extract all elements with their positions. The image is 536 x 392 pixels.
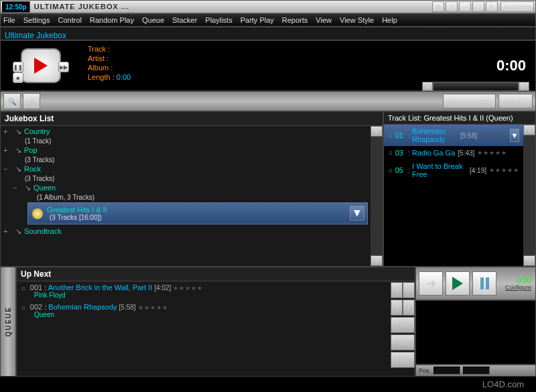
search-icon[interactable]: 🔍 (3, 93, 21, 109)
play-button[interactable]: ❚❚ ■ ▶▶ (21, 48, 61, 83)
queue-top-icon[interactable]: ⤒ (403, 282, 415, 298)
scroll-down-icon[interactable]: ▼ (523, 255, 535, 266)
menu-playlists[interactable]: Playlists (205, 16, 232, 24)
rating-stars[interactable]: ★★★★★ (173, 285, 203, 291)
length-label: Length : (88, 73, 115, 81)
collapse-icon[interactable]: − (3, 165, 13, 173)
help-icon[interactable]: ? (446, 1, 458, 12)
scroll-down-icon[interactable]: ▼ (371, 255, 383, 266)
track-duration: [4:19] (470, 167, 486, 174)
restore-icon[interactable]: ❐ (472, 1, 484, 12)
queue-title: Another Brick in the Wall, Part II (48, 283, 152, 291)
rating-stars[interactable]: ★★★★★ (480, 132, 510, 139)
queue-down-icon[interactable]: ▼ (391, 300, 403, 316)
queue-duration: [4:02] (154, 284, 171, 291)
add-all-button[interactable]: ADD ALL (498, 94, 533, 109)
scroll-track[interactable] (371, 137, 383, 255)
expand-icon[interactable]: + (3, 146, 13, 154)
note-icon: ♫ (388, 132, 393, 139)
list-item[interactable]: −↘Rock (1, 164, 383, 175)
arrange-icon[interactable]: ▦ (432, 1, 444, 12)
expand-icon[interactable]: + (3, 127, 13, 135)
tracklist: ♫ 01 : Bohemian Rhapsody [5:58] ★★★★★ ▼ … (384, 125, 535, 266)
add-selected-button[interactable]: ADD SELECTED (443, 94, 496, 109)
note-icon: ♫ (388, 167, 393, 174)
next-button[interactable]: ▶▶ (58, 62, 69, 72)
dropdown-icon[interactable]: ▼ (350, 206, 364, 220)
queue-row[interactable]: ♫ 002 : Bohemian Rhapsody [5:58] ★★★★★ Q… (17, 301, 388, 320)
minimize-icon[interactable]: — (459, 1, 471, 12)
menu-random-play[interactable]: Random Play (90, 16, 134, 24)
list-sub: (3 Tracks) (25, 175, 383, 182)
pause-button[interactable]: ❚❚ (13, 62, 23, 72)
queue-remove-icon[interactable]: ✕ (391, 317, 415, 333)
rating-stars[interactable]: ★★★★★ (477, 149, 507, 156)
queue-buttons: ▲ ⤒ ▼ ⤓ ✕ ⌫ ↻ (391, 281, 415, 369)
scrollbar[interactable]: ▲ ▼ (371, 126, 383, 266)
expand-icon[interactable]: + (3, 227, 13, 235)
configure-link[interactable]: Configure (505, 284, 531, 291)
queue-side-label: QUEUE (0, 267, 16, 377)
track-row[interactable]: ♫ 01 : Bohemian Rhapsody [5:58] ★★★★★ ▼ (384, 125, 523, 146)
queue-up-icon[interactable]: ▲ (391, 282, 403, 298)
mini-pause-button[interactable] (472, 271, 496, 296)
track-row[interactable]: ♫ 05 : I Want to Break Free [4:19] ★★★★★ (384, 159, 523, 181)
queue-refresh-icon[interactable]: ↻ (391, 352, 415, 368)
queue-artist: Queen (34, 311, 384, 318)
menu-control[interactable]: Control (58, 16, 81, 24)
up-next-header: Up Next (17, 267, 415, 281)
menu-queue[interactable]: Queue (142, 16, 164, 24)
pos-slot (433, 367, 460, 375)
list-item[interactable]: +↘Country (1, 126, 383, 137)
list-sub: (3 Tracks) (25, 156, 383, 164)
list-item[interactable]: +↘Pop (1, 145, 383, 156)
menu-settings[interactable]: Settings (23, 16, 50, 24)
rating-stars[interactable]: ★★★★★ (138, 304, 168, 311)
menu-stacker[interactable]: Stacker (172, 16, 197, 24)
menu-party-play[interactable]: Party Play (241, 16, 274, 24)
menu-reports[interactable]: Reports (282, 16, 308, 24)
album-item[interactable]: Greatest Hits I & II (3 Tracks [16:00]) … (27, 202, 368, 224)
list-item[interactable]: −↘Queen (1, 182, 383, 194)
scrollbar[interactable]: ▲ ▼ (523, 125, 535, 266)
queue-num: 002 (30, 303, 42, 311)
scroll-up-icon[interactable]: ▲ (371, 126, 383, 137)
mini-play-button[interactable] (446, 271, 470, 296)
shutdown-button[interactable]: SHUTDOWN (500, 1, 534, 12)
scroll-up-icon[interactable]: ▲ (523, 125, 535, 135)
status-bar: Pos. (415, 365, 536, 377)
queue-bottom-icon[interactable]: ⤓ (403, 300, 415, 316)
queue-clear-icon[interactable]: ⌫ (391, 334, 415, 350)
menu-file[interactable]: File (3, 16, 15, 24)
tracklist-panel: Track List: Greatest Hits I & II (Queen)… (383, 111, 536, 267)
genre-name: Soundtrack (24, 227, 62, 235)
menu-view[interactable]: View (316, 16, 332, 24)
collapse-icon[interactable]: − (13, 184, 22, 192)
list-item[interactable]: +↘Soundtrack (1, 226, 383, 237)
track-title: I Want to Break Free (412, 162, 467, 178)
visualizer (415, 300, 536, 365)
skip-button[interactable]: ➔ (419, 271, 443, 296)
arrow-icon: ↘ (15, 165, 21, 174)
close-icon[interactable]: ✕ (486, 1, 498, 12)
queue-num: 001 (30, 283, 42, 291)
stop-button[interactable]: ■ (13, 72, 23, 83)
queue-artist: Pink Floyd (34, 291, 384, 299)
seek-forward-icon[interactable]: ▶ (519, 82, 529, 91)
seek-track[interactable] (433, 82, 519, 91)
bottom-right-panel: ➔ 0:00 Configure Pos. (415, 267, 536, 377)
scroll-track[interactable] (523, 135, 535, 255)
album-label: Album : (88, 64, 113, 72)
rating-stars[interactable]: ★★★★★ (489, 167, 519, 174)
menu-view-style[interactable]: View Style (340, 16, 374, 24)
length-value: 0:00 (117, 73, 131, 81)
track-row[interactable]: ♫ 03 : Radio Ga Ga [5:43] ★★★★★ (384, 146, 523, 159)
filter-icon[interactable]: ⚙ (23, 93, 40, 109)
menu-help[interactable]: Help (382, 16, 397, 24)
genre-name: Rock (24, 165, 41, 173)
queue-row[interactable]: ♫ 001 : Another Brick in the Wall, Part … (17, 281, 388, 301)
mini-controls: ➔ 0:00 Configure (415, 267, 536, 300)
seek-back-icon[interactable]: ◀ (422, 82, 433, 91)
note-icon: ♫ (388, 149, 393, 156)
dropdown-icon[interactable]: ▼ (510, 129, 519, 142)
